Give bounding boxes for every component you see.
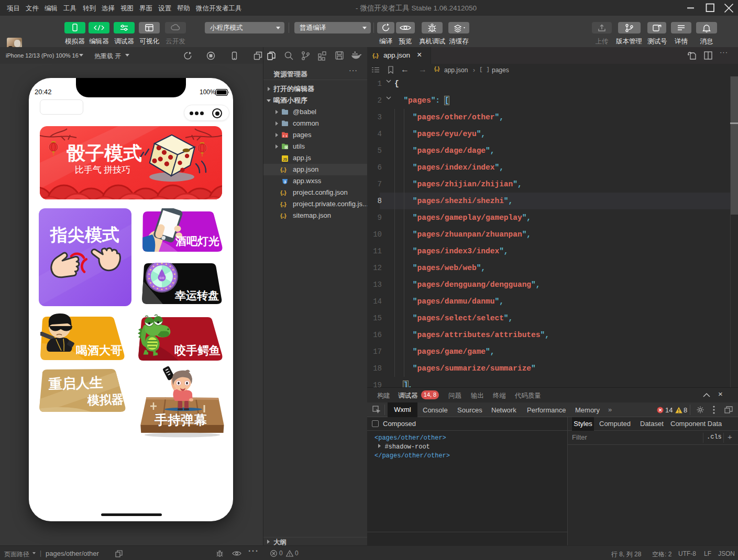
svg-text:模拟器: 模拟器 — [86, 393, 124, 407]
svg-text:幸运转盘: 幸运转盘 — [174, 289, 219, 301]
svg-text:重启人生: 重启人生 — [48, 374, 103, 392]
svg-text:咬手鳄鱼: 咬手鳄鱼 — [174, 344, 221, 357]
svg-text:手持弹幕: 手持弹幕 — [154, 412, 207, 427]
svg-text:比手气 拼技巧: 比手气 拼技巧 — [75, 165, 131, 175]
svg-text:GO: GO — [159, 276, 164, 279]
svg-text:骰子模式: 骰子模式 — [67, 142, 142, 164]
svg-text:JS: JS — [283, 158, 288, 161]
svg-text:指尖模式: 指尖模式 — [49, 225, 119, 244]
svg-text:3: 3 — [284, 180, 286, 184]
svg-text:酒吧灯光: 酒吧灯光 — [175, 235, 219, 247]
svg-text:喝酒大哥: 喝酒大哥 — [76, 344, 122, 357]
